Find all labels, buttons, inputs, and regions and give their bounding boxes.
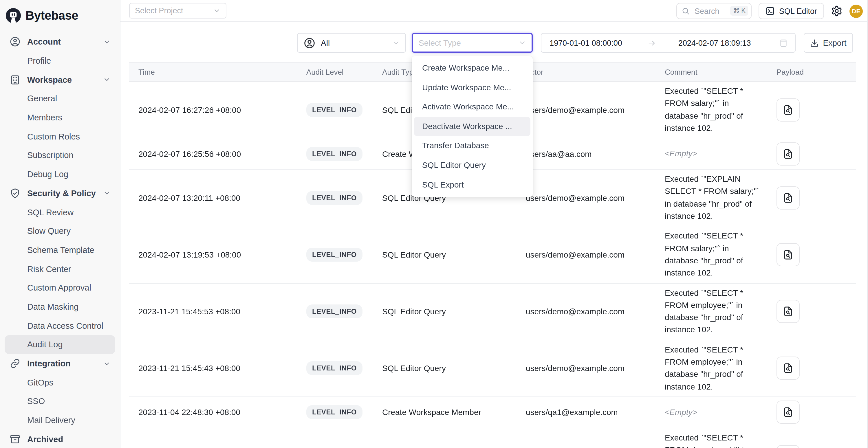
sidebar-item-members[interactable]: Members [5,108,115,127]
sql-editor-button[interactable]: SQL Editor [759,3,824,19]
sidebar-item-label: Security & Policy [27,189,96,198]
audit-log-row: 2023-11-21 15:45:53 +08:00LEVEL_INFOSQL … [129,283,856,340]
cell-actor: users/demo@example.com [517,193,655,202]
cell-comment: Executed `"SELECT * FROM salary;"` in da… [655,230,767,279]
sidebar-item-label: General [27,94,57,103]
cell-payload [767,186,856,210]
calendar-icon [779,38,788,47]
cell-payload [767,243,856,266]
sidebar-item-data-access-control[interactable]: Data Access Control [5,316,115,335]
cell-comment: Executed `"SELECT * FROM salary;"` in da… [655,85,767,134]
topbar-actions: ⌘ K SQL Editor DE [677,3,863,19]
sidebar-item-label: Debug Log [27,169,68,179]
view-payload-button[interactable] [776,300,800,323]
comment-empty: <Empty> [665,408,697,417]
sidebar-item-subscription[interactable]: Subscription [5,146,115,165]
comment-text: Executed `"SELECT * FROM salary;"` in da… [665,86,743,133]
cell-audit-type: Create Workspace Member [373,408,517,417]
sidebar-item-slow-query[interactable]: Slow Query [5,222,115,241]
sidebar-item-risk-center[interactable]: Risk Center [5,260,115,279]
audit-log-row: 2023-11-21 15:45:43 +08:00LEVEL_INFOSQL … [129,340,856,397]
sidebar-item-integration[interactable]: Integration [5,354,115,373]
settings-gear-icon[interactable] [831,5,842,17]
link-icon [9,358,21,369]
cell-audit-level: LEVEL_INFO [297,305,373,318]
actor-filter-select[interactable]: All [297,33,406,53]
sidebar-item-label: Profile [27,56,51,65]
view-payload-button[interactable] [776,142,800,165]
filter-bar: All Select Type 1970-01-01 08:00:00 [120,33,868,53]
sidebar-item-schema-template[interactable]: Schema Template [5,241,115,259]
type-menu-option[interactable]: SQL Export [414,175,530,194]
file-search-icon [782,363,794,374]
brand-name: Bytebase [26,9,78,23]
cell-actor: users/qa1@example.com [517,408,655,417]
sidebar-item-custom-approval[interactable]: Custom Approval [5,279,115,297]
cell-time: 2023-11-04 22:48:30 +08:00 [129,408,297,417]
view-payload-button[interactable] [776,186,800,210]
type-filter-select[interactable]: Select Type [412,33,533,53]
main-area: Select Project ⌘ K SQL Editor [120,0,868,448]
type-menu-option[interactable]: SQL Editor Query [414,156,530,175]
sidebar-item-workspace[interactable]: Workspace [5,70,115,89]
cell-audit-level: LEVEL_INFO [297,248,373,262]
sidebar-item-security-policy[interactable]: Security & Policy [5,184,115,202]
sidebar-item-general[interactable]: General [5,89,115,108]
sidebar-item-custom-roles[interactable]: Custom Roles [5,127,115,146]
cell-payload [767,142,856,165]
export-button[interactable]: Export [804,33,853,53]
archive-icon [9,434,21,445]
search-input[interactable] [693,6,729,16]
sidebar-item-audit-log[interactable]: Audit Log [5,335,115,354]
audit-log-row: 2023-11-04 22:48:30 +08:00LEVEL_INFOCrea… [129,397,856,428]
type-filter-placeholder: Select Type [418,38,461,47]
view-payload-button[interactable] [776,357,800,380]
cell-audit-level: LEVEL_INFO [297,406,373,419]
actor-filter-value: All [321,38,330,47]
comment-text: Executed `"SELECT * FROM employee;"` in … [665,345,743,391]
view-payload-button[interactable] [776,401,800,424]
type-menu-option[interactable]: Create Workspace Me... [414,59,530,78]
sidebar-item-data-masking[interactable]: Data Masking [5,297,115,316]
cell-audit-level: LEVEL_INFO [297,191,373,205]
scrollbar-track[interactable] [867,0,868,448]
sidebar-item-profile[interactable]: Profile [5,51,115,70]
audit-log-row: 2023-11-04 01:06:24 +08:00LEVEL_INFOSQL … [129,428,856,448]
sidebar-item-sql-review[interactable]: SQL Review [5,202,115,221]
sidebar-item-account[interactable]: Account [5,32,115,51]
sidebar-item-debug-log[interactable]: Debug Log [5,165,115,184]
type-menu-option[interactable]: Deactivate Workspace ... [414,117,530,136]
brand[interactable]: Bytebase [0,0,120,26]
cell-time: 2024-02-07 16:25:56 +08:00 [129,149,297,158]
user-circle-icon [303,37,316,49]
cell-time: 2023-11-21 15:45:43 +08:00 [129,364,297,373]
chevron-down-icon [518,39,526,47]
cell-comment: Executed `"SELECT * FROM employee;"` in … [655,344,767,393]
cell-comment: Executed `"SELECT * FROM department;"` i… [655,432,767,448]
export-label: Export [823,38,846,47]
sidebar-item-sso[interactable]: SSO [5,392,115,411]
user-circle-icon [9,36,21,48]
sidebar-item-label: Audit Log [27,340,63,349]
view-payload-button[interactable] [776,243,800,266]
type-menu-option[interactable]: Transfer Database [414,136,530,156]
user-avatar[interactable]: DE [849,4,863,18]
sidebar-item-mail-delivery[interactable]: Mail Delivery [5,411,115,430]
sidebar-item-archived[interactable]: Archived [5,430,115,448]
cell-comment: Executed `"SELECT * FROM employee;"` in … [655,287,767,336]
comment-text: Executed `"SELECT * FROM department;"` i… [665,433,748,448]
col-header-audit-level: Audit Level [297,63,373,81]
content: All Select Type 1970-01-01 08:00:00 [120,23,868,448]
type-menu-option[interactable]: Update Workspace Me... [414,78,530,97]
project-select[interactable]: Select Project [129,3,226,19]
date-range-end: 2024-02-07 18:09:13 [678,38,751,47]
sidebar-item-label: Members [27,113,62,122]
cell-audit-level: LEVEL_INFO [297,103,373,117]
view-payload-button[interactable] [776,98,800,121]
date-range-picker[interactable]: 1970-01-01 08:00:00 2024-02-07 18:09:13 [541,33,796,53]
type-menu-option[interactable]: Activate Workspace Me... [414,97,530,117]
file-search-icon [782,192,794,204]
view-payload-button[interactable] [776,445,800,448]
search-input-wrap[interactable]: ⌘ K [677,3,752,19]
sidebar-item-gitops[interactable]: GitOps [5,373,115,392]
